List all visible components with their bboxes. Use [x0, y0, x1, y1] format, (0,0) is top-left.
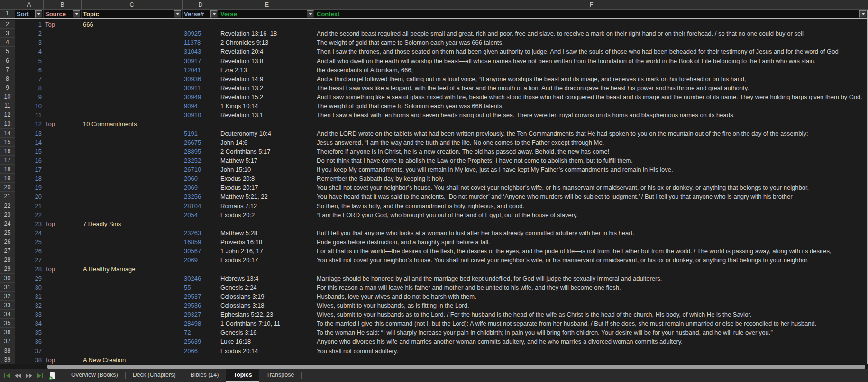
verse-cell[interactable]: Luke 16:18 [219, 337, 315, 346]
topic-cell[interactable]: 666 [82, 20, 183, 29]
row-number[interactable]: 31 [0, 283, 15, 292]
verse-num-cell[interactable]: 30925 [183, 29, 219, 38]
topic-cell[interactable] [82, 292, 183, 301]
verse-num-cell[interactable]: 28498 [183, 319, 219, 328]
context-cell[interactable] [315, 264, 868, 273]
context-cell[interactable] [315, 219, 868, 228]
verse-cell[interactable] [219, 355, 315, 364]
horizontal-scrollbar[interactable] [0, 364, 868, 369]
context-cell[interactable]: The weight of gold that came to Solomon … [315, 101, 868, 110]
verse-cell[interactable]: 2 Corinthians 5:17 [219, 147, 315, 156]
source-cell[interactable] [44, 246, 82, 255]
row-number[interactable]: 33 [0, 301, 15, 310]
source-cell[interactable] [44, 174, 82, 183]
source-cell[interactable] [44, 147, 82, 156]
source-cell[interactable] [44, 47, 82, 56]
context-cell[interactable]: Then I saw the thrones, and those seated… [315, 47, 868, 56]
topic-cell[interactable] [82, 83, 183, 92]
topic-cell[interactable] [82, 47, 183, 56]
autofilter-button-context[interactable] [859, 10, 867, 18]
verse-cell[interactable]: Hebrews 13:4 [219, 274, 315, 283]
context-cell[interactable]: And a third angel followed them, calling… [315, 74, 868, 83]
verse-num-cell[interactable]: 30949 [183, 92, 219, 101]
header-cell-sort[interactable]: Sort [15, 10, 44, 18]
source-cell[interactable] [44, 138, 82, 147]
topic-cell[interactable] [82, 346, 183, 355]
row-number[interactable]: 25 [0, 228, 15, 237]
sort-cell[interactable]: 12 [15, 119, 44, 128]
context-cell[interactable] [315, 355, 868, 364]
context-cell[interactable]: You shall not covet your neighbor’s hous… [315, 183, 868, 192]
verse-cell[interactable]: John 15:10 [219, 165, 315, 174]
verse-cell[interactable]: Genesis 2:24 [219, 283, 315, 292]
verse-cell[interactable]: Proverbs 16:18 [219, 237, 315, 246]
sort-cell[interactable]: 15 [15, 147, 44, 156]
context-cell[interactable]: To the married I give this command (not … [315, 319, 868, 328]
source-cell[interactable] [44, 101, 82, 110]
verse-num-cell[interactable]: 28104 [183, 201, 219, 210]
verse-cell[interactable]: Matthew 5:17 [219, 156, 315, 165]
verse-num-cell[interactable]: 29327 [183, 310, 219, 319]
verse-num-cell[interactable]: 30936 [183, 74, 219, 83]
topic-cell[interactable] [82, 156, 183, 165]
source-cell[interactable] [44, 310, 82, 319]
sort-cell[interactable]: 11 [15, 110, 44, 119]
header-cell-verse-num[interactable]: Verse# [183, 10, 219, 18]
row-number[interactable]: 10 [0, 92, 15, 101]
sort-cell[interactable]: 36 [15, 337, 44, 346]
row-number[interactable]: 36 [0, 328, 15, 337]
column-letter-c[interactable]: C [82, 0, 183, 9]
sheet-tab-deck-chapters[interactable]: Deck (Chapters) [126, 369, 183, 382]
context-cell[interactable]: You shall not commit adultery. [315, 346, 868, 355]
sort-cell[interactable]: 17 [15, 165, 44, 174]
source-cell[interactable] [44, 192, 82, 201]
sort-cell[interactable]: 25 [15, 237, 44, 246]
source-cell[interactable] [44, 292, 82, 301]
sort-cell[interactable]: 33 [15, 310, 44, 319]
context-cell[interactable]: For this reason a man will leave his fat… [315, 283, 868, 292]
row-number[interactable]: 6 [0, 56, 15, 65]
context-cell[interactable]: Marriage should be honored by all and th… [315, 274, 868, 283]
verse-num-cell[interactable]: 28895 [183, 147, 219, 156]
row-number[interactable]: 27 [0, 246, 15, 255]
context-cell[interactable] [315, 119, 868, 128]
verse-num-cell[interactable]: 55 [183, 283, 219, 292]
sheet-tab-bibles-14[interactable]: Bibles (14) [183, 369, 226, 382]
source-cell[interactable]: Top [44, 20, 82, 29]
context-cell[interactable]: “I am the LORD your God, who brought you… [315, 210, 868, 219]
sort-cell[interactable]: 2 [15, 29, 44, 38]
verse-num-cell[interactable]: 2069 [183, 183, 219, 192]
add-sheet-button[interactable] [48, 369, 56, 382]
topic-cell[interactable] [82, 192, 183, 201]
verse-num-cell[interactable]: 2060 [183, 174, 219, 183]
topic-cell[interactable] [82, 283, 183, 292]
header-cell-topic[interactable]: Topic [82, 10, 183, 18]
sort-cell[interactable]: 14 [15, 138, 44, 147]
source-cell[interactable] [44, 110, 82, 119]
topic-cell[interactable]: 10 Commandments [82, 119, 183, 128]
source-cell[interactable]: Top [44, 119, 82, 128]
row-number[interactable]: 3 [0, 29, 15, 38]
sort-cell[interactable]: 7 [15, 74, 44, 83]
row-number[interactable]: 22 [0, 201, 15, 210]
row-number[interactable]: 1 [0, 10, 15, 18]
source-cell[interactable]: Top [44, 355, 82, 364]
source-cell[interactable] [44, 156, 82, 165]
source-cell[interactable] [44, 328, 82, 337]
topic-cell[interactable] [82, 328, 183, 337]
verse-cell[interactable]: Exodus 20:2 [219, 210, 315, 219]
row-number[interactable]: 37 [0, 337, 15, 346]
row-number[interactable]: 13 [0, 119, 15, 128]
sheet-tab-transpose[interactable]: Transpose [259, 369, 302, 382]
select-all-corner[interactable] [0, 0, 15, 9]
context-cell[interactable]: Remember the Sabbath day by keeping it h… [315, 174, 868, 183]
sort-cell[interactable]: 5 [15, 56, 44, 65]
verse-cell[interactable]: 1 Kings 10:14 [219, 101, 315, 110]
row-number[interactable]: 16 [0, 147, 15, 156]
topic-cell[interactable] [82, 210, 183, 219]
sheet-tab-overview-books[interactable]: Overview (Books) [64, 369, 125, 382]
context-cell[interactable]: The weight of gold that came to Solomon … [315, 38, 868, 47]
sort-cell[interactable]: 30 [15, 283, 44, 292]
header-cell-source[interactable]: Source [44, 10, 82, 18]
row-number[interactable]: 32 [0, 292, 15, 301]
